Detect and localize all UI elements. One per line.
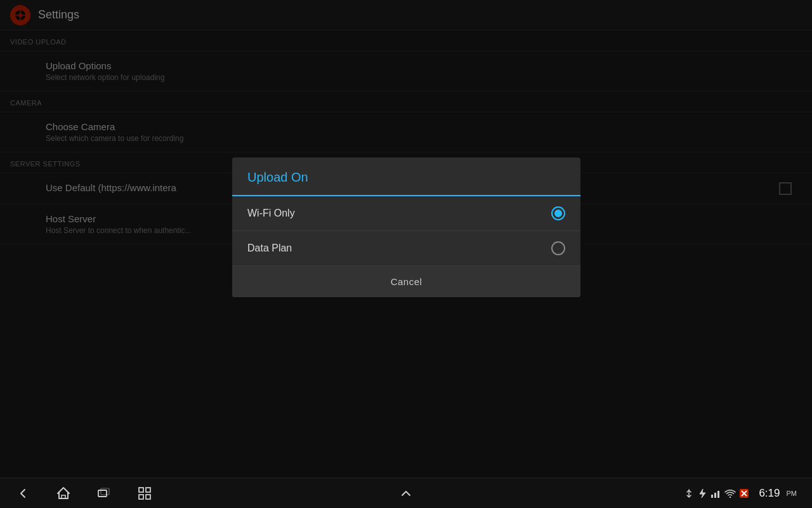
status-x-icon xyxy=(740,489,749,498)
up-button[interactable] xyxy=(398,486,414,501)
svg-rect-7 xyxy=(139,488,143,492)
back-button[interactable] xyxy=(15,486,30,501)
svg-rect-5 xyxy=(98,490,107,497)
svg-point-14 xyxy=(730,496,731,497)
svg-rect-12 xyxy=(714,493,716,498)
bottom-nav-bar: 6:19 PM xyxy=(0,478,812,508)
lightning-icon xyxy=(698,488,707,498)
recent-apps-button[interactable] xyxy=(96,486,112,501)
status-ampm: PM xyxy=(787,490,797,497)
usb-icon xyxy=(684,488,694,498)
wifi-icon xyxy=(724,489,736,498)
data-plan-label: Data Plan xyxy=(247,243,292,254)
svg-rect-13 xyxy=(717,491,719,498)
svg-rect-8 xyxy=(146,488,150,492)
grid-button[interactable] xyxy=(137,486,152,501)
dialog-title: Upload On xyxy=(232,157,580,196)
upload-on-dialog: Upload On Wi-Fi Only Data Plan Cancel xyxy=(232,157,580,297)
svg-rect-11 xyxy=(711,495,713,498)
svg-rect-10 xyxy=(146,495,150,499)
data-plan-option[interactable]: Data Plan xyxy=(232,231,580,266)
wifi-only-radio-inner xyxy=(554,210,562,217)
home-button[interactable] xyxy=(56,486,71,501)
nav-left-group xyxy=(15,486,152,501)
nav-right-group: 6:19 PM xyxy=(684,487,797,500)
wifi-only-radio[interactable] xyxy=(551,206,565,220)
status-icons xyxy=(684,488,749,498)
data-plan-radio[interactable] xyxy=(551,241,565,255)
signal-icon xyxy=(710,488,721,498)
nav-center-group xyxy=(398,486,414,501)
svg-rect-9 xyxy=(139,495,143,499)
svg-rect-6 xyxy=(101,488,109,495)
cancel-button[interactable]: Cancel xyxy=(232,266,580,297)
wifi-only-option[interactable]: Wi-Fi Only xyxy=(232,196,580,231)
cancel-label: Cancel xyxy=(391,276,422,287)
wifi-only-label: Wi-Fi Only xyxy=(247,208,295,219)
svg-rect-4 xyxy=(62,495,65,498)
status-time: 6:19 xyxy=(759,487,780,500)
